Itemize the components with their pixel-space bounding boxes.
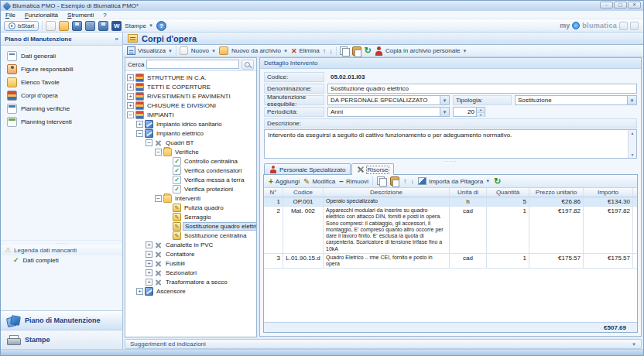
menu-funzionalita[interactable]: Funzionalità xyxy=(25,12,58,19)
tree-node[interactable]: +Fusibili xyxy=(125,258,256,268)
collapse-icon[interactable]: − xyxy=(155,195,162,202)
row-down-icon[interactable]: ↓ xyxy=(410,177,414,185)
bstart-button[interactable]: ▸ bStart xyxy=(4,21,39,31)
save-icon[interactable] xyxy=(72,21,82,31)
move-down-icon[interactable]: ↓ xyxy=(329,47,333,55)
aggiungi-button[interactable]: + Aggiungi xyxy=(269,177,300,186)
paste-icon[interactable] xyxy=(390,176,399,186)
tree-node[interactable]: −Interventi xyxy=(125,193,256,203)
save-all-icon[interactable] xyxy=(98,21,108,31)
modifica-button[interactable]: ✎ Modifica xyxy=(303,177,335,186)
row-up-icon[interactable]: ↑ xyxy=(403,177,407,185)
tree-node[interactable]: Verifica messa a terra xyxy=(125,175,256,184)
menu-strumenti[interactable]: Strumenti xyxy=(67,12,94,19)
sidebar-item-corpi-dopera[interactable]: Corpi d'opera xyxy=(1,89,122,102)
column-header[interactable]: Codice xyxy=(283,188,324,197)
periodicita-value-stepper[interactable]: 20 ▲ ▼ xyxy=(453,107,485,117)
column-header[interactable]: N° xyxy=(264,188,283,197)
chevron-down-icon[interactable]: ▼ xyxy=(440,108,449,116)
maximize-button[interactable]: ▢ xyxy=(614,2,627,9)
tree-node[interactable]: +Trasformatore a secco xyxy=(125,277,256,286)
export-word-icon[interactable]: W xyxy=(111,21,122,31)
tree-node[interactable]: +Impianto idrico sanitario xyxy=(125,119,256,128)
table-row[interactable]: 3L.01.90.15.dQuadro Eletrico .. rme CEI,… xyxy=(264,254,637,269)
expand-icon[interactable]: + xyxy=(146,260,152,267)
column-header[interactable]: Descrizione xyxy=(324,188,450,197)
collapse-icon[interactable]: − xyxy=(155,149,162,156)
menu-help[interactable]: ? xyxy=(103,12,106,19)
visualizza-button[interactable]: Visualizza ▼ xyxy=(127,46,173,55)
tree-node[interactable]: +Contattore xyxy=(125,249,256,258)
collapse-icon[interactable]: − xyxy=(136,130,143,137)
expand-icon[interactable]: + xyxy=(146,279,152,286)
search-input[interactable] xyxy=(146,60,239,69)
refresh-icon[interactable]: ↻ xyxy=(365,46,372,55)
column-header[interactable]: Quantità xyxy=(487,188,529,197)
tree-node[interactable]: Verifica protezioni xyxy=(125,184,256,193)
user-account-icon[interactable] xyxy=(619,22,628,30)
expand-icon[interactable]: + xyxy=(136,288,143,295)
open-folder-icon[interactable] xyxy=(59,21,69,31)
tree-node[interactable]: −IMPIANTI xyxy=(125,110,256,119)
tree-node[interactable]: +RIVESTIMENTI E PAVIMENTI xyxy=(125,91,256,101)
denominazione-input[interactable]: Sostituzione quadro elettrico xyxy=(327,84,637,94)
sidebar-item-figure-responsabili[interactable]: Figure responsabili xyxy=(1,63,122,76)
column-header[interactable]: Unità di misura xyxy=(450,188,487,197)
sidebar-item-planning-interventi[interactable]: Planning interventi xyxy=(1,115,122,128)
tree-node[interactable]: Sostituzione centralina xyxy=(125,231,256,240)
apps-icon[interactable] xyxy=(630,22,639,30)
tree-node[interactable]: +STRUTTURE IN C.A. xyxy=(125,73,256,82)
tree-node[interactable]: Pulizia quadro xyxy=(125,203,256,212)
menu-file[interactable]: File xyxy=(5,12,15,19)
tree-node[interactable]: −Quadri BT xyxy=(125,138,256,147)
sidebar-item-elenco-tavole[interactable]: Elenco Tavole xyxy=(1,76,122,89)
tree-node[interactable]: +CHIUSURE E DIVISIONI xyxy=(125,101,256,110)
tree-node[interactable]: −Impianto elettrico xyxy=(125,128,256,138)
expand-icon[interactable]: + xyxy=(146,241,152,248)
close-button[interactable]: ✕ xyxy=(628,2,641,9)
copy-icon[interactable] xyxy=(377,176,386,186)
tab-risorse[interactable]: Risorse xyxy=(351,163,393,175)
expand-icon[interactable]: + xyxy=(127,84,134,91)
move-up-icon[interactable]: ↑ xyxy=(323,47,327,55)
tree-node[interactable]: Sostituzione quadro elettrico xyxy=(125,221,256,231)
tree-node[interactable]: +TETTI E COPERTURE xyxy=(125,82,256,91)
section-stampe[interactable]: Stampe xyxy=(1,330,122,349)
tipologia-select[interactable]: Sostituzione ▼ xyxy=(515,95,637,105)
sidebar-splitter[interactable]: ····· xyxy=(1,240,122,245)
table-row[interactable]: 2Mat. 002Apparecchi modulari da inserire… xyxy=(264,207,637,254)
scroll-down-icon[interactable]: ▼ xyxy=(629,152,636,158)
section-piano-di-manutenzione[interactable]: Piano di Manutenzione xyxy=(1,310,122,330)
sidebar-item-dati-generali[interactable]: Dati generali xyxy=(1,50,122,63)
descrizione-textarea[interactable]: Intervento da eseguirsi a seguito di cat… xyxy=(264,129,637,159)
tree-node[interactable]: Controllo centralina xyxy=(125,156,256,166)
expand-icon[interactable]: + xyxy=(127,102,134,109)
tree-node[interactable]: +Sezionatori xyxy=(125,268,256,277)
paste-icon[interactable] xyxy=(352,46,361,56)
rimuovi-button[interactable]: − Rimuovi xyxy=(339,177,368,186)
tree-node[interactable]: Verifica condensatori xyxy=(125,166,256,175)
stampe-button[interactable]: Stampe ▼ xyxy=(125,22,153,29)
copia-archivio-button[interactable]: Copia in archivio personale ▼ xyxy=(375,46,467,56)
expand-icon[interactable]: + xyxy=(146,251,152,258)
expand-icon[interactable]: + xyxy=(146,269,152,276)
table-row[interactable]: 1OP.001Operaio specializzatoh5€26.86€134… xyxy=(264,197,637,207)
textarea-scrollbar[interactable]: ▲ ▼ xyxy=(628,130,636,158)
importa-pitagora-button[interactable]: Importa da Pitagora ▼ xyxy=(418,177,490,185)
tree-node[interactable]: +Ascensore xyxy=(125,286,256,296)
collapse-icon[interactable]: − xyxy=(146,139,152,146)
new-document-icon[interactable] xyxy=(46,21,56,31)
tab-personale-specializzato[interactable]: Personale Specializzato xyxy=(264,163,351,175)
collapse-sidebar-icon[interactable]: « xyxy=(115,36,118,43)
nuovo-da-archivio-button[interactable]: Nuovo da archivio ▼ xyxy=(231,47,288,54)
minimize-button[interactable]: ‒ xyxy=(600,2,613,9)
tree-node[interactable]: −Verifiche xyxy=(125,147,256,156)
suggestions-bar[interactable]: Suggerimenti ed indicazioni ▼ xyxy=(125,339,642,349)
help-icon[interactable]: ? xyxy=(156,21,166,31)
expand-icon[interactable]: + xyxy=(127,93,134,100)
collapse-icon[interactable]: − xyxy=(127,111,134,118)
tree-node[interactable]: +Canalette in PVC xyxy=(125,240,256,249)
spin-down-icon[interactable]: ▼ xyxy=(477,112,485,117)
nuovo-button[interactable]: Nuovo ▼ xyxy=(191,47,216,54)
sidebar-item-planning-verifiche[interactable]: Planning verifiche xyxy=(1,102,122,115)
